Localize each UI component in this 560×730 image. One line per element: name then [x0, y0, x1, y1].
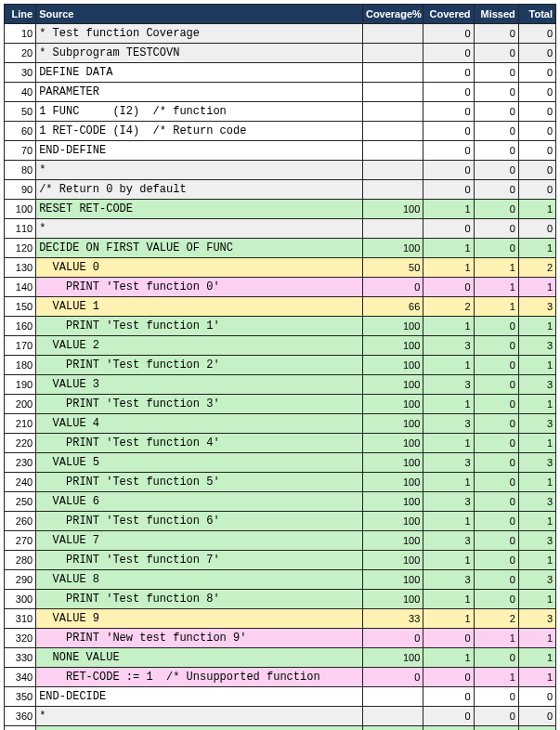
- table-row[interactable]: 30DEFINE DATA000: [5, 63, 556, 83]
- cell-total: 1: [518, 726, 555, 731]
- cell-source: PARAMETER: [36, 83, 363, 102]
- table-row[interactable]: 320 PRINT 'New test function 9'0011: [5, 629, 556, 648]
- cell-missed: 0: [474, 453, 518, 473]
- cell-covered: 3: [423, 453, 474, 473]
- cell-line: 30: [5, 63, 36, 83]
- cell-covered: 0: [423, 161, 474, 180]
- table-row[interactable]: 360*000: [5, 707, 556, 726]
- table-row[interactable]: 90/* Return 0 by default000: [5, 180, 556, 200]
- cell-coverage: [362, 219, 423, 239]
- cell-coverage: 100: [362, 570, 423, 590]
- table-row[interactable]: 160 PRINT 'Test function 1'100101: [5, 317, 556, 336]
- table-row[interactable]: 370END100101: [5, 726, 556, 731]
- cell-source: DECIDE ON FIRST VALUE OF FUNC: [36, 239, 363, 258]
- table-row[interactable]: 280 PRINT 'Test function 7'100101: [5, 551, 556, 570]
- cell-total: 2: [518, 258, 555, 278]
- cell-line: 80: [5, 161, 36, 180]
- table-row[interactable]: 270 VALUE 7100303: [5, 531, 556, 551]
- cell-source: PRINT 'Test function 4': [36, 434, 363, 453]
- table-row[interactable]: 190 VALUE 3100303: [5, 375, 556, 395]
- table-row[interactable]: 240 PRINT 'Test function 5'100101: [5, 473, 556, 492]
- cell-line: 180: [5, 356, 36, 375]
- cell-covered: 3: [423, 492, 474, 512]
- table-row[interactable]: 170 VALUE 2100303: [5, 336, 556, 356]
- cell-line: 320: [5, 629, 36, 648]
- table-row[interactable]: 80*000: [5, 161, 556, 180]
- table-row[interactable]: 180 PRINT 'Test function 2'100101: [5, 356, 556, 375]
- header-line[interactable]: Line: [5, 5, 36, 24]
- header-missed[interactable]: Missed: [474, 5, 518, 24]
- header-total[interactable]: Total: [518, 5, 555, 24]
- cell-missed: 0: [474, 434, 518, 453]
- table-row[interactable]: 200 PRINT 'Test function 3'100101: [5, 395, 556, 414]
- cell-covered: 3: [423, 570, 474, 590]
- cell-covered: 0: [423, 219, 474, 239]
- cell-total: 0: [518, 180, 555, 200]
- header-source[interactable]: Source: [36, 5, 363, 24]
- header-covered[interactable]: Covered: [423, 5, 474, 24]
- cell-total: 0: [518, 122, 555, 141]
- table-row[interactable]: 310 VALUE 933123: [5, 609, 556, 629]
- table-row[interactable]: 100RESET RET-CODE100101: [5, 200, 556, 219]
- cell-source: *: [36, 707, 363, 726]
- table-row[interactable]: 120DECIDE ON FIRST VALUE OF FUNC100101: [5, 239, 556, 258]
- cell-source: END-DEFINE: [36, 141, 363, 161]
- cell-missed: 0: [474, 102, 518, 122]
- table-row[interactable]: 110*000: [5, 219, 556, 239]
- cell-total: 3: [518, 336, 555, 356]
- table-row[interactable]: 300 PRINT 'Test function 8'100101: [5, 590, 556, 609]
- table-row[interactable]: 130 VALUE 050112: [5, 258, 556, 278]
- table-row[interactable]: 150 VALUE 166213: [5, 297, 556, 317]
- table-row[interactable]: 220 PRINT 'Test function 4'100101: [5, 434, 556, 453]
- cell-line: 20: [5, 44, 36, 63]
- cell-missed: 0: [474, 531, 518, 551]
- cell-source: NONE VALUE: [36, 648, 363, 668]
- table-row[interactable]: 140 PRINT 'Test function 0'0011: [5, 278, 556, 297]
- table-row[interactable]: 230 VALUE 5100303: [5, 453, 556, 473]
- cell-coverage: 100: [362, 414, 423, 434]
- table-row[interactable]: 260 PRINT 'Test function 6'100101: [5, 512, 556, 531]
- cell-missed: 0: [474, 200, 518, 219]
- cell-total: 1: [518, 434, 555, 453]
- table-row[interactable]: 290 VALUE 8100303: [5, 570, 556, 590]
- cell-coverage: 33: [362, 609, 423, 629]
- cell-line: 290: [5, 570, 36, 590]
- cell-line: 50: [5, 102, 36, 122]
- cell-missed: 1: [474, 629, 518, 648]
- cell-total: 1: [518, 239, 555, 258]
- cell-coverage: 66: [362, 297, 423, 317]
- cell-missed: 0: [474, 83, 518, 102]
- cell-coverage: [362, 44, 423, 63]
- cell-missed: 0: [474, 590, 518, 609]
- table-row[interactable]: 601 RET-CODE (I4) /* Return code000: [5, 122, 556, 141]
- cell-source: PRINT 'Test function 1': [36, 317, 363, 336]
- cell-missed: 0: [474, 687, 518, 707]
- cell-missed: 0: [474, 375, 518, 395]
- cell-coverage: 100: [362, 453, 423, 473]
- header-coverage[interactable]: Coverage%: [362, 5, 423, 24]
- table-row[interactable]: 330 NONE VALUE100101: [5, 648, 556, 668]
- cell-missed: 0: [474, 219, 518, 239]
- table-row[interactable]: 20* Subprogram TESTCOVN000: [5, 44, 556, 63]
- table-row[interactable]: 210 VALUE 4100303: [5, 414, 556, 434]
- cell-line: 250: [5, 492, 36, 512]
- table-row[interactable]: 340 RET-CODE := 1 /* Unsupported functio…: [5, 668, 556, 687]
- cell-covered: 0: [423, 102, 474, 122]
- cell-total: 0: [518, 219, 555, 239]
- table-row[interactable]: 250 VALUE 6100303: [5, 492, 556, 512]
- table-row[interactable]: 350END-DECIDE000: [5, 687, 556, 707]
- cell-missed: 0: [474, 551, 518, 570]
- cell-covered: 1: [423, 317, 474, 336]
- cell-missed: 0: [474, 356, 518, 375]
- cell-total: 3: [518, 492, 555, 512]
- table-row[interactable]: 70END-DEFINE000: [5, 141, 556, 161]
- cell-source: RESET RET-CODE: [36, 200, 363, 219]
- table-row[interactable]: 40PARAMETER000: [5, 83, 556, 102]
- cell-missed: 0: [474, 336, 518, 356]
- table-row[interactable]: 10* Test function Coverage000: [5, 24, 556, 44]
- cell-covered: 3: [423, 375, 474, 395]
- table-row[interactable]: 501 FUNC (I2) /* function000: [5, 102, 556, 122]
- cell-missed: 0: [474, 44, 518, 63]
- cell-coverage: [362, 122, 423, 141]
- cell-total: 3: [518, 375, 555, 395]
